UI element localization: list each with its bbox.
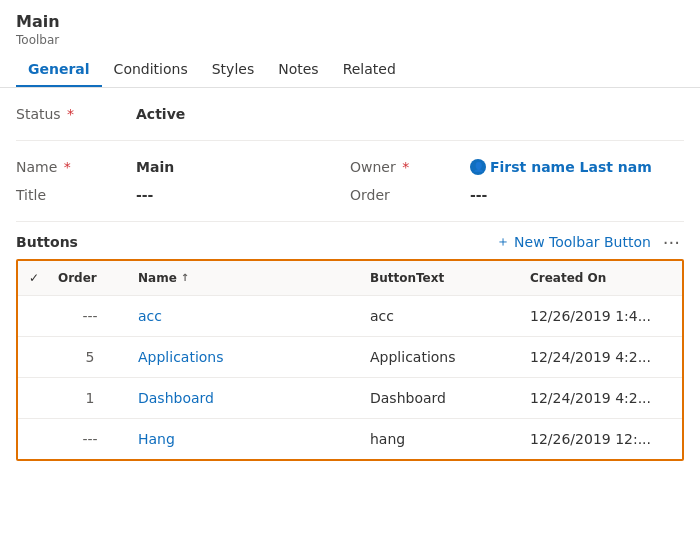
order-field-row: Order --- bbox=[350, 181, 684, 209]
name-col: Name * Main bbox=[16, 153, 350, 181]
buttons-title: Buttons bbox=[16, 234, 496, 250]
row-order-2: 5 bbox=[50, 345, 130, 369]
row-name-2[interactable]: Applications bbox=[130, 345, 362, 369]
col-check: ✓ bbox=[18, 267, 50, 289]
row-name-4[interactable]: Hang bbox=[130, 427, 362, 451]
buttons-section: Buttons ＋ New Toolbar Button ··· ✓ Order… bbox=[16, 222, 684, 461]
owner-field-row: Owner * 👤 First name Last nam bbox=[350, 153, 684, 181]
row-check-3[interactable] bbox=[18, 394, 50, 402]
row-buttontext-3: Dashboard bbox=[362, 386, 522, 410]
buttons-table: ✓ Order Name ↑ ButtonText Created On ---… bbox=[16, 259, 684, 461]
new-toolbar-button[interactable]: ＋ New Toolbar Button bbox=[496, 233, 651, 251]
row-check-1[interactable] bbox=[18, 312, 50, 320]
name-field-row: Name * Main bbox=[16, 153, 350, 181]
more-options-button[interactable]: ··· bbox=[659, 232, 684, 253]
page-title: Main bbox=[16, 12, 684, 33]
table-row: --- Hang hang 12/26/2019 12:... bbox=[18, 419, 682, 459]
row-buttontext-4: hang bbox=[362, 427, 522, 451]
owner-label: Owner * bbox=[350, 159, 470, 175]
main-content: Status * Active Name * Main Owner bbox=[0, 88, 700, 461]
name-label: Name * bbox=[16, 159, 136, 175]
col-order[interactable]: Order bbox=[50, 267, 130, 289]
row-createdon-1: 12/26/2019 1:4... bbox=[522, 304, 682, 328]
col-buttontext[interactable]: ButtonText bbox=[362, 267, 522, 289]
status-value: Active bbox=[136, 106, 185, 122]
row-createdon-4: 12/26/2019 12:... bbox=[522, 427, 682, 451]
row-name-3[interactable]: Dashboard bbox=[130, 386, 362, 410]
row-order-4: --- bbox=[50, 427, 130, 451]
title-field-row: Title --- bbox=[16, 181, 350, 209]
status-field-row: Status * Active bbox=[16, 100, 684, 128]
row-buttontext-2: Applications bbox=[362, 345, 522, 369]
col-createdon[interactable]: Created On bbox=[522, 267, 682, 289]
row-buttontext-1: acc bbox=[362, 304, 522, 328]
table-header: ✓ Order Name ↑ ButtonText Created On bbox=[18, 261, 682, 296]
name-value: Main bbox=[136, 159, 174, 175]
owner-value[interactable]: 👤 First name Last nam bbox=[470, 159, 652, 175]
row-name-1[interactable]: acc bbox=[130, 304, 362, 328]
name-owner-row: Name * Main Owner * 👤 First name Last na… bbox=[16, 153, 684, 181]
table-row: --- acc acc 12/26/2019 1:4... bbox=[18, 296, 682, 337]
name-section: Name * Main Owner * 👤 First name Last na… bbox=[16, 141, 684, 222]
row-createdon-2: 12/24/2019 4:2... bbox=[522, 345, 682, 369]
sort-icon: ↑ bbox=[181, 272, 189, 283]
row-check-2[interactable] bbox=[18, 353, 50, 361]
order-col: Order --- bbox=[350, 181, 684, 209]
page-subtitle: Toolbar bbox=[16, 33, 684, 47]
plus-icon: ＋ bbox=[496, 233, 510, 251]
order-value: --- bbox=[470, 187, 487, 203]
table-row: 5 Applications Applications 12/24/2019 4… bbox=[18, 337, 682, 378]
row-check-4[interactable] bbox=[18, 435, 50, 443]
tab-general[interactable]: General bbox=[16, 53, 102, 87]
buttons-header: Buttons ＋ New Toolbar Button ··· bbox=[16, 222, 684, 259]
tab-related[interactable]: Related bbox=[331, 53, 408, 87]
tab-notes[interactable]: Notes bbox=[266, 53, 330, 87]
owner-col: Owner * 👤 First name Last nam bbox=[350, 153, 684, 181]
row-createdon-3: 12/24/2019 4:2... bbox=[522, 386, 682, 410]
tab-bar: General Conditions Styles Notes Related bbox=[16, 53, 684, 87]
tab-conditions[interactable]: Conditions bbox=[102, 53, 200, 87]
page-header: Main Toolbar General Conditions Styles N… bbox=[0, 0, 700, 88]
tab-styles[interactable]: Styles bbox=[200, 53, 266, 87]
status-section: Status * Active bbox=[16, 88, 684, 141]
status-label: Status * bbox=[16, 106, 136, 122]
order-label: Order bbox=[350, 187, 470, 203]
name-required: * bbox=[64, 159, 71, 175]
table-row: 1 Dashboard Dashboard 12/24/2019 4:2... bbox=[18, 378, 682, 419]
row-order-1: --- bbox=[50, 304, 130, 328]
status-required: * bbox=[67, 106, 74, 122]
row-order-3: 1 bbox=[50, 386, 130, 410]
owner-required: * bbox=[402, 159, 409, 175]
title-value: --- bbox=[136, 187, 153, 203]
title-order-row: Title --- Order --- bbox=[16, 181, 684, 209]
title-col: Title --- bbox=[16, 181, 350, 209]
owner-icon: 👤 bbox=[470, 159, 486, 175]
title-label: Title bbox=[16, 187, 136, 203]
col-name[interactable]: Name ↑ bbox=[130, 267, 362, 289]
